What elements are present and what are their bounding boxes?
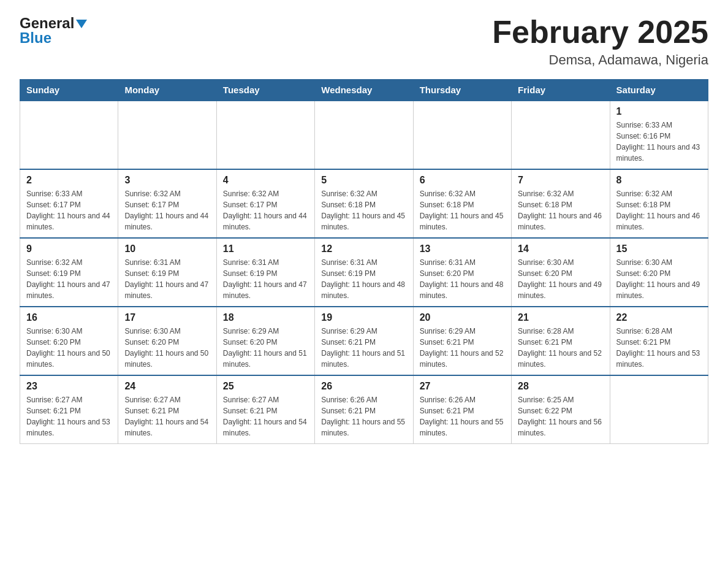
day-info: Sunrise: 6:30 AMSunset: 6:20 PMDaylight:… xyxy=(26,326,112,370)
calendar-cell: 11Sunrise: 6:31 AMSunset: 6:19 PMDayligh… xyxy=(216,238,314,307)
calendar-cell: 21Sunrise: 6:28 AMSunset: 6:21 PMDayligh… xyxy=(512,307,610,375)
day-number: 3 xyxy=(124,175,210,186)
calendar-cell xyxy=(216,101,314,169)
calendar-cell: 2Sunrise: 6:33 AMSunset: 6:17 PMDaylight… xyxy=(20,169,118,238)
calendar-cell: 12Sunrise: 6:31 AMSunset: 6:19 PMDayligh… xyxy=(315,238,413,307)
day-number: 9 xyxy=(26,243,112,255)
calendar-cell: 10Sunrise: 6:31 AMSunset: 6:19 PMDayligh… xyxy=(118,238,216,307)
calendar-table: Sunday Monday Tuesday Wednesday Thursday… xyxy=(20,79,708,444)
calendar-subtitle: Demsa, Adamawa, Nigeria xyxy=(492,52,708,68)
day-number: 15 xyxy=(616,243,702,255)
calendar-cell: 26Sunrise: 6:26 AMSunset: 6:21 PMDayligh… xyxy=(315,375,413,444)
day-number: 13 xyxy=(420,243,505,255)
day-number: 24 xyxy=(124,381,210,392)
day-info: Sunrise: 6:32 AMSunset: 6:19 PMDaylight:… xyxy=(26,257,112,301)
calendar-cell: 14Sunrise: 6:30 AMSunset: 6:20 PMDayligh… xyxy=(512,238,610,307)
calendar-cell: 18Sunrise: 6:29 AMSunset: 6:20 PMDayligh… xyxy=(216,307,314,375)
calendar-cell: 27Sunrise: 6:26 AMSunset: 6:21 PMDayligh… xyxy=(413,375,511,444)
calendar-cell: 17Sunrise: 6:30 AMSunset: 6:20 PMDayligh… xyxy=(118,307,216,375)
calendar-cell: 6Sunrise: 6:32 AMSunset: 6:18 PMDaylight… xyxy=(413,169,511,238)
day-number: 21 xyxy=(518,312,603,323)
day-info: Sunrise: 6:32 AMSunset: 6:18 PMDaylight:… xyxy=(518,188,603,232)
day-info: Sunrise: 6:32 AMSunset: 6:18 PMDaylight:… xyxy=(321,188,406,232)
day-number: 7 xyxy=(518,175,603,186)
header-tuesday: Tuesday xyxy=(216,80,314,101)
day-number: 14 xyxy=(518,243,603,255)
day-info: Sunrise: 6:27 AMSunset: 6:21 PMDaylight:… xyxy=(26,394,112,439)
week-row-1: 1Sunrise: 6:33 AMSunset: 6:16 PMDaylight… xyxy=(20,101,708,169)
day-info: Sunrise: 6:26 AMSunset: 6:21 PMDaylight:… xyxy=(420,394,505,439)
day-number: 10 xyxy=(124,243,210,255)
day-number: 2 xyxy=(26,175,112,186)
weekday-header-row: Sunday Monday Tuesday Wednesday Thursday… xyxy=(20,80,708,101)
day-info: Sunrise: 6:30 AMSunset: 6:20 PMDaylight:… xyxy=(518,257,603,301)
day-info: Sunrise: 6:29 AMSunset: 6:21 PMDaylight:… xyxy=(321,326,406,370)
day-info: Sunrise: 6:33 AMSunset: 6:16 PMDaylight:… xyxy=(616,120,702,164)
day-info: Sunrise: 6:32 AMSunset: 6:17 PMDaylight:… xyxy=(124,188,210,232)
calendar-title: February 2025 xyxy=(492,15,708,50)
logo: General Blue xyxy=(20,15,87,47)
calendar-cell: 4Sunrise: 6:32 AMSunset: 6:17 PMDaylight… xyxy=(216,169,314,238)
calendar-cell: 23Sunrise: 6:27 AMSunset: 6:21 PMDayligh… xyxy=(20,375,118,444)
day-info: Sunrise: 6:25 AMSunset: 6:22 PMDaylight:… xyxy=(518,394,603,439)
day-number: 26 xyxy=(321,381,406,392)
day-info: Sunrise: 6:32 AMSunset: 6:18 PMDaylight:… xyxy=(420,188,505,232)
week-row-4: 16Sunrise: 6:30 AMSunset: 6:20 PMDayligh… xyxy=(20,307,708,375)
day-info: Sunrise: 6:32 AMSunset: 6:18 PMDaylight:… xyxy=(616,188,702,232)
calendar-cell: 8Sunrise: 6:32 AMSunset: 6:18 PMDaylight… xyxy=(610,169,708,238)
day-info: Sunrise: 6:28 AMSunset: 6:21 PMDaylight:… xyxy=(616,326,702,370)
day-number: 4 xyxy=(223,175,308,186)
day-number: 22 xyxy=(616,312,702,323)
logo-triangle-icon xyxy=(76,20,87,28)
day-info: Sunrise: 6:31 AMSunset: 6:19 PMDaylight:… xyxy=(321,257,406,301)
day-number: 25 xyxy=(223,381,308,392)
day-number: 27 xyxy=(420,381,505,392)
header-thursday: Thursday xyxy=(413,80,511,101)
day-number: 5 xyxy=(321,175,406,186)
calendar-cell xyxy=(20,101,118,169)
header-saturday: Saturday xyxy=(610,80,708,101)
calendar-cell: 25Sunrise: 6:27 AMSunset: 6:21 PMDayligh… xyxy=(216,375,314,444)
day-info: Sunrise: 6:32 AMSunset: 6:17 PMDaylight:… xyxy=(223,188,308,232)
day-info: Sunrise: 6:31 AMSunset: 6:19 PMDaylight:… xyxy=(124,257,210,301)
page-header: General Blue February 2025 Demsa, Adamaw… xyxy=(20,15,708,68)
calendar-cell xyxy=(610,375,708,444)
week-row-3: 9Sunrise: 6:32 AMSunset: 6:19 PMDaylight… xyxy=(20,238,708,307)
day-number: 1 xyxy=(616,106,702,117)
day-number: 20 xyxy=(420,312,505,323)
calendar-cell: 28Sunrise: 6:25 AMSunset: 6:22 PMDayligh… xyxy=(512,375,610,444)
day-number: 18 xyxy=(223,312,308,323)
day-number: 12 xyxy=(321,243,406,255)
header-monday: Monday xyxy=(118,80,216,101)
header-wednesday: Wednesday xyxy=(315,80,413,101)
day-number: 11 xyxy=(223,243,308,255)
day-info: Sunrise: 6:26 AMSunset: 6:21 PMDaylight:… xyxy=(321,394,406,439)
calendar-cell: 13Sunrise: 6:31 AMSunset: 6:20 PMDayligh… xyxy=(413,238,511,307)
calendar-cell: 15Sunrise: 6:30 AMSunset: 6:20 PMDayligh… xyxy=(610,238,708,307)
day-info: Sunrise: 6:27 AMSunset: 6:21 PMDaylight:… xyxy=(223,394,308,439)
week-row-5: 23Sunrise: 6:27 AMSunset: 6:21 PMDayligh… xyxy=(20,375,708,444)
day-info: Sunrise: 6:27 AMSunset: 6:21 PMDaylight:… xyxy=(124,394,210,439)
day-info: Sunrise: 6:28 AMSunset: 6:21 PMDaylight:… xyxy=(518,326,603,370)
calendar-cell: 24Sunrise: 6:27 AMSunset: 6:21 PMDayligh… xyxy=(118,375,216,444)
day-number: 6 xyxy=(420,175,505,186)
title-block: February 2025 Demsa, Adamawa, Nigeria xyxy=(492,15,708,68)
day-info: Sunrise: 6:29 AMSunset: 6:21 PMDaylight:… xyxy=(420,326,505,370)
calendar-cell: 9Sunrise: 6:32 AMSunset: 6:19 PMDaylight… xyxy=(20,238,118,307)
day-number: 19 xyxy=(321,312,406,323)
calendar-cell: 5Sunrise: 6:32 AMSunset: 6:18 PMDaylight… xyxy=(315,169,413,238)
calendar-cell xyxy=(512,101,610,169)
day-number: 28 xyxy=(518,381,603,392)
calendar-cell xyxy=(413,101,511,169)
calendar-cell: 16Sunrise: 6:30 AMSunset: 6:20 PMDayligh… xyxy=(20,307,118,375)
day-number: 17 xyxy=(124,312,210,323)
day-info: Sunrise: 6:31 AMSunset: 6:20 PMDaylight:… xyxy=(420,257,505,301)
calendar-cell: 22Sunrise: 6:28 AMSunset: 6:21 PMDayligh… xyxy=(610,307,708,375)
day-info: Sunrise: 6:30 AMSunset: 6:20 PMDaylight:… xyxy=(124,326,210,370)
calendar-cell: 20Sunrise: 6:29 AMSunset: 6:21 PMDayligh… xyxy=(413,307,511,375)
logo-blue-text: Blue xyxy=(20,29,51,47)
day-info: Sunrise: 6:31 AMSunset: 6:19 PMDaylight:… xyxy=(223,257,308,301)
calendar-cell xyxy=(315,101,413,169)
calendar-cell: 7Sunrise: 6:32 AMSunset: 6:18 PMDaylight… xyxy=(512,169,610,238)
calendar-cell: 1Sunrise: 6:33 AMSunset: 6:16 PMDaylight… xyxy=(610,101,708,169)
